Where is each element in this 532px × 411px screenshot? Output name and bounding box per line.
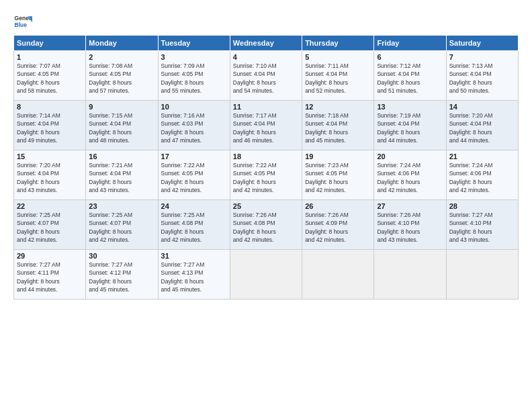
day-number: 19 (305, 152, 371, 161)
col-header-friday: Friday (374, 36, 446, 51)
day-number: 16 (89, 152, 154, 161)
logo: General Blue (13, 12, 32, 31)
calendar-cell: 26 Sunrise: 7:26 AMSunset: 4:09 PMDaylig… (302, 200, 374, 250)
day-info: Sunrise: 7:17 AMSunset: 4:04 PMDaylight:… (233, 112, 277, 144)
day-info: Sunrise: 7:16 AMSunset: 4:03 PMDaylight:… (161, 112, 205, 144)
calendar-cell: 11 Sunrise: 7:17 AMSunset: 4:04 PMDaylig… (230, 101, 302, 150)
calendar-cell: 23 Sunrise: 7:25 AMSunset: 4:07 PMDaylig… (86, 200, 158, 250)
calendar-cell: 3 Sunrise: 7:09 AMSunset: 4:05 PMDayligh… (158, 51, 230, 101)
day-info: Sunrise: 7:24 AMSunset: 4:06 PMDaylight:… (449, 162, 493, 193)
calendar-cell (374, 250, 446, 300)
calendar-cell: 15 Sunrise: 7:20 AMSunset: 4:04 PMDaylig… (14, 150, 86, 200)
day-number: 10 (161, 103, 227, 111)
calendar-cell: 12 Sunrise: 7:18 AMSunset: 4:04 PMDaylig… (302, 101, 374, 150)
day-info: Sunrise: 7:22 AMSunset: 4:05 PMDaylight:… (233, 162, 277, 193)
calendar-cell: 24 Sunrise: 7:25 AMSunset: 4:08 PMDaylig… (158, 200, 230, 250)
day-info: Sunrise: 7:10 AMSunset: 4:04 PMDaylight:… (233, 62, 277, 94)
day-info: Sunrise: 7:15 AMSunset: 4:04 PMDaylight:… (89, 112, 132, 144)
calendar-cell: 17 Sunrise: 7:22 AMSunset: 4:05 PMDaylig… (158, 150, 230, 200)
calendar-cell: 30 Sunrise: 7:27 AMSunset: 4:12 PMDaylig… (86, 250, 158, 300)
day-number: 15 (17, 152, 83, 161)
day-number: 5 (305, 53, 371, 61)
day-info: Sunrise: 7:08 AMSunset: 4:05 PMDaylight:… (89, 62, 132, 94)
calendar-cell: 22 Sunrise: 7:25 AMSunset: 4:07 PMDaylig… (14, 200, 86, 250)
day-info: Sunrise: 7:18 AMSunset: 4:04 PMDaylight:… (305, 112, 349, 144)
calendar-table: SundayMondayTuesdayWednesdayThursdayFrid… (13, 35, 519, 300)
day-info: Sunrise: 7:20 AMSunset: 4:04 PMDaylight:… (17, 162, 60, 193)
day-number: 1 (17, 53, 83, 61)
day-info: Sunrise: 7:11 AMSunset: 4:04 PMDaylight:… (305, 62, 349, 94)
day-info: Sunrise: 7:25 AMSunset: 4:07 PMDaylight:… (89, 212, 132, 243)
day-number: 29 (17, 252, 83, 260)
col-header-tuesday: Tuesday (158, 36, 230, 51)
calendar-cell (302, 250, 374, 300)
day-info: Sunrise: 7:24 AMSunset: 4:06 PMDaylight:… (377, 162, 420, 193)
calendar-cell: 28 Sunrise: 7:27 AMSunset: 4:10 PMDaylig… (446, 200, 518, 250)
col-header-thursday: Thursday (302, 36, 374, 51)
day-number: 14 (449, 103, 515, 111)
day-number: 31 (161, 252, 227, 260)
day-info: Sunrise: 7:22 AMSunset: 4:05 PMDaylight:… (161, 162, 205, 193)
day-number: 9 (89, 103, 154, 111)
calendar-cell: 5 Sunrise: 7:11 AMSunset: 4:04 PMDayligh… (302, 51, 374, 101)
day-info: Sunrise: 7:12 AMSunset: 4:04 PMDaylight:… (377, 62, 420, 94)
day-number: 11 (233, 103, 299, 111)
day-number: 22 (17, 202, 83, 210)
week-row-5: 29 Sunrise: 7:27 AMSunset: 4:11 PMDaylig… (14, 250, 519, 300)
day-number: 26 (305, 202, 371, 210)
week-row-2: 8 Sunrise: 7:14 AMSunset: 4:04 PMDayligh… (14, 101, 519, 150)
week-row-4: 22 Sunrise: 7:25 AMSunset: 4:07 PMDaylig… (14, 200, 519, 250)
calendar-cell: 16 Sunrise: 7:21 AMSunset: 4:04 PMDaylig… (86, 150, 158, 200)
day-number: 18 (233, 152, 299, 161)
day-number: 12 (305, 103, 371, 111)
calendar-cell (230, 250, 302, 300)
calendar-cell: 6 Sunrise: 7:12 AMSunset: 4:04 PMDayligh… (374, 51, 446, 101)
calendar-cell: 20 Sunrise: 7:24 AMSunset: 4:06 PMDaylig… (374, 150, 446, 200)
day-info: Sunrise: 7:21 AMSunset: 4:04 PMDaylight:… (89, 162, 132, 193)
day-number: 13 (377, 103, 443, 111)
day-number: 25 (233, 202, 299, 210)
col-header-wednesday: Wednesday (230, 36, 302, 51)
day-number: 4 (233, 53, 299, 61)
calendar-cell: 14 Sunrise: 7:20 AMSunset: 4:04 PMDaylig… (446, 101, 518, 150)
day-info: Sunrise: 7:26 AMSunset: 4:08 PMDaylight:… (233, 212, 277, 243)
calendar-cell: 8 Sunrise: 7:14 AMSunset: 4:04 PMDayligh… (14, 101, 86, 150)
header: General Blue (13, 12, 519, 31)
calendar-cell: 19 Sunrise: 7:23 AMSunset: 4:05 PMDaylig… (302, 150, 374, 200)
calendar-cell: 2 Sunrise: 7:08 AMSunset: 4:05 PMDayligh… (86, 51, 158, 101)
day-number: 21 (449, 152, 515, 161)
calendar-cell: 31 Sunrise: 7:27 AMSunset: 4:13 PMDaylig… (158, 250, 230, 300)
day-number: 24 (161, 202, 227, 210)
day-info: Sunrise: 7:09 AMSunset: 4:05 PMDaylight:… (161, 62, 205, 94)
calendar-cell: 29 Sunrise: 7:27 AMSunset: 4:11 PMDaylig… (14, 250, 86, 300)
day-number: 3 (161, 53, 227, 61)
day-info: Sunrise: 7:25 AMSunset: 4:07 PMDaylight:… (17, 212, 60, 243)
day-info: Sunrise: 7:14 AMSunset: 4:04 PMDaylight:… (17, 112, 60, 144)
calendar-cell: 4 Sunrise: 7:10 AMSunset: 4:04 PMDayligh… (230, 51, 302, 101)
day-info: Sunrise: 7:13 AMSunset: 4:04 PMDaylight:… (449, 62, 493, 94)
calendar-cell: 18 Sunrise: 7:22 AMSunset: 4:05 PMDaylig… (230, 150, 302, 200)
calendar-cell: 25 Sunrise: 7:26 AMSunset: 4:08 PMDaylig… (230, 200, 302, 250)
day-info: Sunrise: 7:23 AMSunset: 4:05 PMDaylight:… (305, 162, 349, 193)
day-info: Sunrise: 7:26 AMSunset: 4:10 PMDaylight:… (377, 212, 420, 243)
week-row-3: 15 Sunrise: 7:20 AMSunset: 4:04 PMDaylig… (14, 150, 519, 200)
calendar-cell: 10 Sunrise: 7:16 AMSunset: 4:03 PMDaylig… (158, 101, 230, 150)
page: General Blue SundayMondayTuesdayWednesda… (0, 0, 532, 306)
day-info: Sunrise: 7:27 AMSunset: 4:12 PMDaylight:… (89, 261, 132, 293)
day-info: Sunrise: 7:19 AMSunset: 4:04 PMDaylight:… (377, 112, 420, 144)
day-info: Sunrise: 7:20 AMSunset: 4:04 PMDaylight:… (449, 112, 493, 144)
logo-icon: General Blue (13, 12, 32, 31)
col-header-monday: Monday (86, 36, 158, 51)
day-info: Sunrise: 7:27 AMSunset: 4:13 PMDaylight:… (161, 261, 205, 293)
day-number: 7 (449, 53, 515, 61)
day-number: 20 (377, 152, 443, 161)
calendar-cell: 9 Sunrise: 7:15 AMSunset: 4:04 PMDayligh… (86, 101, 158, 150)
svg-text:Blue: Blue (15, 21, 28, 28)
calendar-cell: 13 Sunrise: 7:19 AMSunset: 4:04 PMDaylig… (374, 101, 446, 150)
day-number: 8 (17, 103, 83, 111)
day-number: 2 (89, 53, 154, 61)
calendar-cell: 21 Sunrise: 7:24 AMSunset: 4:06 PMDaylig… (446, 150, 518, 200)
day-number: 23 (89, 202, 154, 210)
day-number: 27 (377, 202, 443, 210)
calendar-cell: 7 Sunrise: 7:13 AMSunset: 4:04 PMDayligh… (446, 51, 518, 101)
